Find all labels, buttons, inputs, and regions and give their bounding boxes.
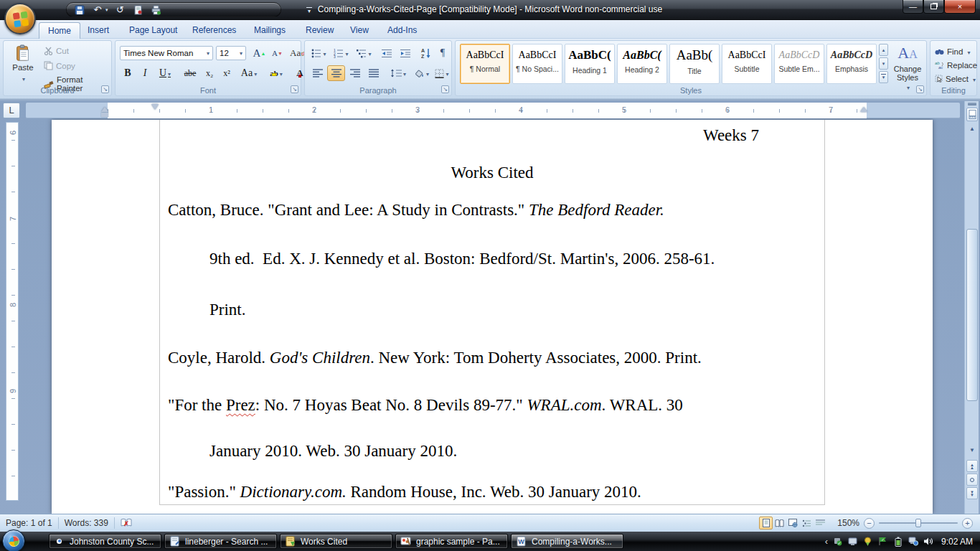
- find-dropdown-icon[interactable]: [966, 47, 970, 56]
- tab-home[interactable]: Home: [39, 22, 80, 39]
- doc-line[interactable]: Catton, Bruce. "Grant and Lee: A Study i…: [168, 201, 664, 220]
- display-icon[interactable]: [848, 537, 858, 547]
- document-page[interactable]: Weeks 7 Works Cited Catton, Bruce. "Gran…: [52, 120, 933, 514]
- line-spacing-button[interactable]: [387, 65, 410, 81]
- draft-view-button[interactable]: [814, 517, 827, 529]
- align-center-button[interactable]: [327, 65, 345, 81]
- tab-mailings[interactable]: Mailings: [245, 22, 294, 39]
- web-layout-view-button[interactable]: [786, 517, 800, 529]
- find-button[interactable]: Find: [935, 45, 970, 57]
- styles-dialog-launcher[interactable]: [916, 85, 924, 93]
- clipboard-dialog-launcher[interactable]: [101, 85, 109, 93]
- view-ruler-toggle-button[interactable]: [966, 108, 978, 121]
- tab-page-layout[interactable]: Page Layout: [121, 22, 186, 39]
- battery-icon[interactable]: [893, 537, 903, 547]
- tab-references[interactable]: References: [184, 22, 245, 39]
- highlight-button[interactable]: ab: [265, 65, 288, 81]
- style-no-spacing[interactable]: AaBbCcI ¶ No Spaci...: [512, 44, 562, 84]
- zoom-level[interactable]: 150%: [837, 518, 859, 528]
- taskbar-button-graphic-sample[interactable]: graphic sample - Pa...: [395, 534, 508, 549]
- borders-button[interactable]: [433, 65, 451, 81]
- bullets-button[interactable]: [308, 45, 329, 61]
- next-object-button[interactable]: ▼▼: [966, 487, 978, 499]
- justify-button[interactable]: [364, 65, 382, 81]
- doc-line[interactable]: "For the Prez: No. 7 Hoyas Beat No. 8 De…: [168, 396, 683, 415]
- shading-button[interactable]: [413, 65, 431, 81]
- doc-line[interactable]: 9th ed. Ed. X. J. Kennedy et al. Boston:…: [209, 250, 715, 268]
- multilevel-dropdown-icon[interactable]: [367, 48, 371, 58]
- close-button[interactable]: ×: [944, 0, 976, 14]
- vertical-scrollbar[interactable]: ▲ ▼ ▲▲ ▼▼: [964, 101, 979, 514]
- increase-indent-button[interactable]: [397, 45, 414, 61]
- print-layout-view-button[interactable]: [759, 517, 773, 529]
- underline-dropdown-icon[interactable]: [166, 67, 171, 79]
- taskbar-button-compiling-works-cited[interactable]: W Compiling-a-Works...: [511, 534, 623, 549]
- word-count[interactable]: Words: 339: [65, 518, 108, 528]
- doc-line[interactable]: January 2010. Web. 30 January 2010.: [209, 442, 457, 461]
- first-line-indent-marker[interactable]: [151, 104, 159, 113]
- scroll-down-button[interactable]: ▼: [966, 444, 978, 456]
- taskbar-button-lineberger-search[interactable]: lineberger - Search ...: [164, 534, 277, 549]
- left-indent-marker[interactable]: [101, 113, 108, 117]
- strikethrough-button[interactable]: abe: [180, 65, 200, 81]
- font-size-combo[interactable]: 12: [216, 46, 246, 60]
- doc-line[interactable]: "Passion." Dictionary.com. Random House,…: [168, 483, 641, 501]
- align-left-button[interactable]: [308, 65, 326, 81]
- right-indent-marker[interactable]: [860, 103, 867, 112]
- bold-button[interactable]: B: [120, 65, 136, 81]
- taskbar-button-works-cited[interactable]: Works Cited: [280, 534, 392, 549]
- doc-line[interactable]: Works Cited: [159, 164, 825, 182]
- update-badge-icon[interactable]: [863, 537, 873, 547]
- change-case-button[interactable]: Aa: [237, 65, 260, 81]
- style-subtle-emphasis[interactable]: AaBbCcD Subtle Em...: [774, 44, 824, 84]
- select-browse-object-button[interactable]: [966, 474, 978, 486]
- change-case-dropdown-icon[interactable]: [253, 67, 257, 79]
- shrink-font-button[interactable]: A▼: [269, 45, 286, 61]
- page-indicator[interactable]: Page: 1 of 1: [6, 518, 52, 528]
- styles-gallery-down-icon[interactable]: ▾: [879, 57, 888, 70]
- tab-add-ins[interactable]: Add-Ins: [379, 22, 425, 39]
- doc-line[interactable]: Weeks 7: [703, 126, 759, 145]
- paragraph-dialog-launcher[interactable]: [441, 85, 449, 93]
- paste-button[interactable]: Paste: [8, 44, 38, 84]
- zoom-out-button[interactable]: −: [864, 518, 875, 529]
- subscript-button[interactable]: x₂: [202, 65, 217, 81]
- multilevel-list-button[interactable]: [353, 45, 375, 61]
- start-button[interactable]: [2, 529, 25, 551]
- numbering-button[interactable]: 123: [331, 45, 352, 61]
- taskbar-button-johnston-county[interactable]: Johnston County Sc...: [49, 534, 161, 549]
- volume-icon[interactable]: [923, 537, 933, 547]
- cut-button[interactable]: Cut: [44, 47, 69, 55]
- paste-dropdown-icon[interactable]: [21, 73, 25, 83]
- full-screen-reading-view-button[interactable]: [773, 517, 786, 529]
- shading-dropdown-icon[interactable]: [425, 68, 429, 78]
- bullets-dropdown-icon[interactable]: [321, 48, 326, 58]
- highlight-dropdown-icon[interactable]: [278, 67, 283, 79]
- style-subtitle[interactable]: AaBbCcI Subtitle: [722, 44, 772, 84]
- line-spacing-dropdown-icon[interactable]: [402, 68, 406, 78]
- tab-insert[interactable]: Insert: [79, 22, 118, 39]
- tab-view[interactable]: View: [341, 22, 377, 39]
- device-status-icon[interactable]: ✓: [833, 537, 843, 547]
- zoom-slider-track[interactable]: [879, 522, 958, 524]
- split-handle[interactable]: [968, 103, 976, 105]
- scroll-up-button[interactable]: ▲: [966, 123, 978, 134]
- styles-gallery-more-icon[interactable]: ▾: [879, 71, 888, 83]
- zoom-slider-handle[interactable]: [915, 519, 921, 527]
- hanging-indent-marker[interactable]: [101, 103, 108, 112]
- outline-view-button[interactable]: [800, 517, 814, 529]
- tab-selector-button[interactable]: L: [3, 103, 20, 118]
- style-title[interactable]: AaBb( Title: [669, 44, 720, 84]
- underline-button[interactable]: U: [154, 65, 176, 81]
- numbering-dropdown-icon[interactable]: [344, 48, 348, 58]
- tray-expand-chevron-icon[interactable]: ‹: [825, 536, 828, 547]
- font-name-combo[interactable]: Times New Roman: [120, 46, 213, 60]
- vertical-ruler[interactable]: 6 7 8 9: [6, 122, 19, 501]
- style-heading2[interactable]: AaBbC( Heading 2: [617, 44, 667, 84]
- replace-button[interactable]: abac Replace: [935, 59, 977, 71]
- tab-review[interactable]: Review: [297, 22, 342, 39]
- minimize-button[interactable]: —: [903, 0, 923, 14]
- select-dropdown-icon[interactable]: [971, 75, 976, 83]
- copy-button[interactable]: Copy: [44, 61, 75, 70]
- style-heading1[interactable]: AaBbC( Heading 1: [565, 44, 615, 84]
